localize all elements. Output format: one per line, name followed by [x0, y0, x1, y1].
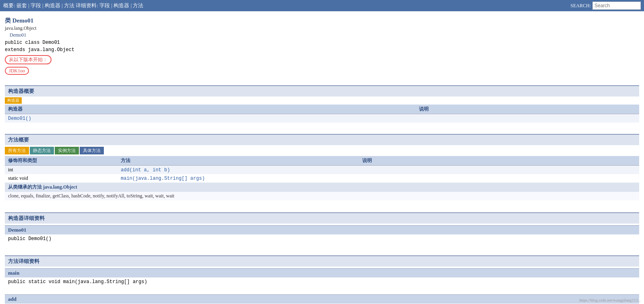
method-main-signature: public static void main(java.lang.String… — [5, 277, 639, 286]
search-label: SEARCH: — [570, 3, 591, 9]
method-desc-1 — [359, 174, 639, 183]
filter-static-methods[interactable]: 静态方法 — [30, 147, 54, 154]
inherited-header-row: 从类继承的方法 java.lang.Object — [5, 183, 639, 192]
main-content: 类 Demo01 java.lang.Object Demo01 public … — [0, 11, 644, 304]
method-name-1: main(java.lang.String[] args) — [118, 174, 359, 183]
watermark: https://blog.csdn.net/wangpilang113... — [579, 298, 641, 302]
constructor-row-0: Demo01() — [5, 114, 639, 123]
method-add-title-text: add — [8, 296, 17, 302]
col-constructor: 构造器 — [5, 105, 416, 114]
method-table-header: 修饰符和类型 方法 说明 — [5, 156, 639, 166]
search-input[interactable] — [592, 2, 641, 10]
constructor-desc — [416, 114, 639, 123]
method-modifier-1: static void — [5, 174, 118, 183]
constructor-link[interactable]: Demo01() — [8, 116, 31, 121]
search-area: SEARCH: — [570, 2, 641, 10]
method-link-main[interactable]: main(java.lang.String[] args) — [121, 176, 205, 181]
col-method: 方法 — [118, 156, 359, 166]
inheritance-child: Demo01 — [10, 32, 639, 38]
class-declaration-line1: public class Demo01 — [5, 40, 639, 45]
col-desc: 说明 — [359, 156, 639, 166]
since-prefix: 从以下版本开始： — [5, 55, 52, 64]
class-title: 类 Demo01 — [5, 17, 639, 25]
inheritance-root: java.lang.Object — [5, 25, 639, 31]
method-summary-table: 修饰符和类型 方法 说明 int add(int a, int b) stati… — [5, 156, 639, 200]
nav-links: 概要: 嵌套 | 字段 | 构造器 | 方法 详细资料: 字段 | 构造器 | … — [3, 2, 144, 9]
method-detail-main-title: main — [5, 268, 639, 277]
class-declaration-line2: extends java.lang.Object — [5, 47, 639, 53]
since-version: JDK1oo — [5, 67, 29, 75]
constructor-detail-header: 构造器详细资料 — [5, 212, 639, 224]
method-desc-0 — [359, 166, 639, 175]
method-row-0: int add(int a, int b) — [5, 166, 639, 175]
col-description: 说明 — [416, 105, 639, 114]
col-modifier-type: 修饰符和类型 — [5, 156, 118, 166]
filter-all-methods[interactable]: 所有方法 — [5, 147, 29, 154]
method-detail-header: 方法详细资料 — [5, 255, 639, 267]
method-main-title-text: main — [8, 270, 19, 276]
method-summary-header: 方法概要 — [5, 134, 639, 145]
method-modifier-0: int — [5, 166, 118, 175]
filter-buttons: 所有方法 静态方法 实例方法 具体方法 — [5, 147, 639, 154]
inherited-header-cell: 从类继承的方法 java.lang.Object — [5, 183, 639, 192]
method-name-0: add(int a, int b) — [118, 166, 359, 175]
constructor-table-header: 构造器 说明 — [5, 105, 639, 114]
filter-concrete-methods[interactable]: 具体方法 — [80, 147, 104, 154]
constructor-name: Demo01() — [5, 114, 416, 123]
inherited-methods-row: clone, equals, finalize, getClass, hashC… — [5, 192, 639, 200]
constructor-summary-table: 构造器 说明 Demo01() — [5, 105, 639, 123]
method-row-1: static void main(java.lang.String[] args… — [5, 174, 639, 183]
method-detail-add-title: add — [5, 294, 639, 304]
constructor-summary-header: 构造器概要 — [5, 85, 639, 97]
top-navigation-bar: 概要: 嵌套 | 字段 | 构造器 | 方法 详细资料: 字段 | 构造器 | … — [0, 0, 644, 11]
method-link-add[interactable]: add(int a, int b) — [121, 167, 170, 173]
constructor-badge: 构造器 — [5, 97, 22, 104]
since-section: 从以下版本开始： — [5, 55, 639, 64]
inherited-methods-cell: clone, equals, finalize, getClass, hashC… — [5, 192, 639, 200]
filter-instance-methods[interactable]: 实例方法 — [55, 147, 79, 154]
constructor-detail-signature: public Demo01() — [5, 234, 639, 243]
since-version-wrapper: JDK1oo — [5, 68, 639, 74]
constructor-detail-title: Demo01 — [5, 225, 639, 234]
